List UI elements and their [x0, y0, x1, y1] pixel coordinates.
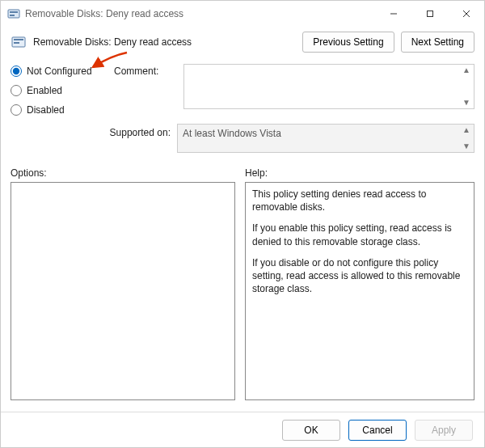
previous-setting-button[interactable]: Previous Setting [302, 32, 394, 53]
comment-scrollbar[interactable]: ▲ ▼ [461, 66, 472, 107]
scroll-down-icon: ▼ [461, 142, 472, 150]
state-radio-group: Not Configured Enabled Disabled [11, 64, 108, 116]
radio-enabled[interactable]: Enabled [11, 85, 108, 96]
policy-title: Removable Disks: Deny read access [33, 36, 192, 48]
window-controls [375, 1, 484, 27]
help-label: Help: [245, 167, 268, 179]
comment-label: Comment: [114, 64, 177, 116]
ok-button[interactable]: OK [282, 420, 340, 441]
svg-rect-8 [14, 39, 23, 40]
maximize-button[interactable] [411, 1, 448, 27]
radio-disabled[interactable]: Disabled [11, 104, 108, 116]
policy-icon [7, 7, 20, 20]
help-paragraph-3: If you disable or do not configure this … [252, 256, 467, 296]
help-panel: This policy setting denies read access t… [245, 182, 474, 400]
config-area: Not Configured Enabled Disabled Comment:… [11, 64, 474, 116]
nav-buttons: Previous Setting Next Setting [302, 32, 474, 53]
policy-header-icon [11, 34, 27, 50]
svg-rect-2 [10, 15, 15, 16]
apply-button[interactable]: Apply [415, 420, 473, 441]
svg-rect-0 [8, 10, 19, 18]
scroll-down-icon: ▼ [461, 99, 472, 107]
scroll-up-icon: ▲ [461, 66, 472, 74]
minimize-button[interactable] [375, 1, 411, 27]
comment-textarea[interactable]: ▲ ▼ [183, 64, 474, 109]
supported-value: At least Windows Vista [183, 128, 281, 139]
options-panel [11, 182, 235, 400]
cancel-button[interactable]: Cancel [348, 420, 407, 441]
radio-enabled-label: Enabled [27, 85, 62, 96]
radio-disabled-input[interactable] [11, 104, 22, 116]
radio-not-configured-input[interactable] [11, 66, 22, 77]
help-paragraph-2: If you enable this policy setting, read … [252, 222, 467, 247]
supported-on-box: At least Windows Vista ▲ ▼ [177, 124, 474, 153]
help-paragraph-1: This policy setting denies read access t… [252, 188, 467, 213]
close-button[interactable] [448, 1, 484, 27]
scroll-up-icon: ▲ [461, 126, 472, 134]
window-title: Removable Disks: Deny read access [25, 8, 183, 19]
lower-labels: Options: Help: [11, 167, 474, 179]
radio-disabled-label: Disabled [27, 104, 65, 116]
footer: OK Cancel Apply [1, 412, 484, 447]
svg-rect-9 [14, 42, 19, 44]
supported-scrollbar[interactable]: ▲ ▼ [461, 126, 472, 150]
radio-not-configured-label: Not Configured [27, 66, 92, 77]
panels: This policy setting denies read access t… [11, 182, 474, 400]
supported-row: Supported on: At least Windows Vista ▲ ▼ [11, 124, 474, 153]
content-area: Removable Disks: Deny read access Previo… [1, 27, 484, 400]
svg-rect-4 [427, 11, 432, 17]
svg-rect-1 [10, 11, 18, 13]
supported-label: Supported on: [11, 124, 171, 153]
radio-not-configured[interactable]: Not Configured [11, 66, 108, 77]
header-row: Removable Disks: Deny read access Previo… [11, 32, 474, 53]
next-setting-button[interactable]: Next Setting [401, 32, 474, 53]
options-label: Options: [11, 167, 235, 179]
radio-enabled-input[interactable] [11, 85, 22, 96]
titlebar: Removable Disks: Deny read access [1, 1, 484, 27]
